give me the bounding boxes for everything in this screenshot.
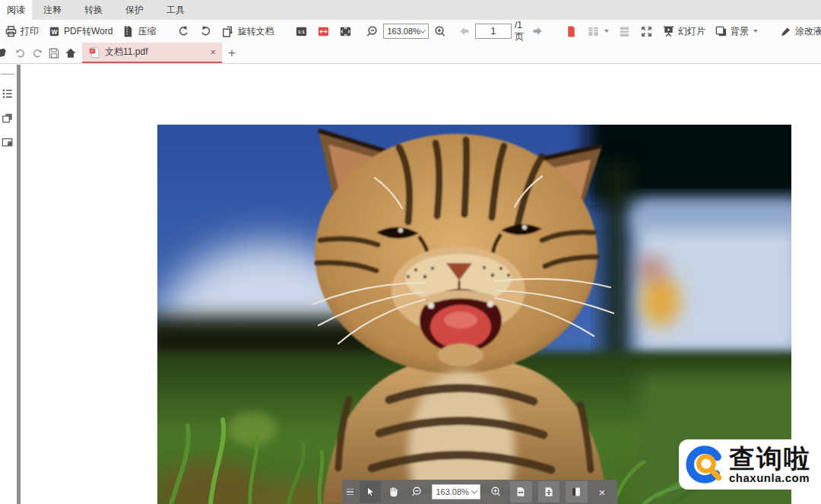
compress-button[interactable]: 压缩 bbox=[117, 21, 160, 41]
home-button[interactable] bbox=[62, 43, 79, 63]
menu-tab-annotate[interactable]: 注释 bbox=[32, 0, 73, 20]
single-page-view-button[interactable] bbox=[560, 21, 582, 41]
fit-width-button[interactable] bbox=[312, 21, 334, 41]
quick-tool-button[interactable] bbox=[0, 43, 12, 63]
single-page-icon bbox=[565, 25, 578, 38]
select-tool-button[interactable] bbox=[360, 481, 381, 502]
two-page-icon bbox=[587, 25, 600, 38]
zoom-out-button[interactable] bbox=[361, 21, 383, 41]
rotate-left-button[interactable] bbox=[173, 21, 195, 41]
fit-page-button-floating[interactable] bbox=[538, 481, 559, 502]
undo-button[interactable] bbox=[12, 43, 29, 63]
zoom-in-icon bbox=[433, 25, 446, 38]
zoom-level-value: 163.08% bbox=[436, 487, 468, 496]
svg-text:W: W bbox=[51, 27, 58, 35]
actual-size-button[interactable]: 1:1 bbox=[290, 21, 312, 41]
pdf-reader-window: 阅读 注释 转换 保护 工具 打印 W PDF转Word bbox=[0, 0, 821, 504]
continuous-view-button[interactable] bbox=[613, 21, 636, 41]
pdf-to-word-button[interactable]: W PDF转Word bbox=[43, 21, 117, 41]
previous-page-button[interactable] bbox=[454, 21, 475, 41]
fit-width-icon bbox=[317, 25, 330, 38]
zoom-in-icon bbox=[490, 486, 502, 498]
save-icon bbox=[48, 47, 60, 59]
image-snapshot-icon bbox=[2, 136, 14, 148]
background-button[interactable]: 背景 bbox=[710, 21, 762, 41]
zoom-out-button-floating[interactable] bbox=[406, 481, 427, 502]
background-icon bbox=[715, 25, 727, 38]
close-toolbar-button[interactable]: × bbox=[591, 481, 613, 502]
chaxunla-logo-icon bbox=[683, 442, 727, 487]
zoom-out-icon bbox=[410, 486, 423, 498]
zoom-level-dropdown[interactable]: 163.08% bbox=[383, 24, 428, 39]
thumbnails-icon bbox=[2, 112, 14, 124]
slideshow-icon bbox=[662, 25, 675, 38]
close-icon: × bbox=[598, 486, 605, 499]
page-number-input[interactable] bbox=[475, 24, 512, 39]
undo-icon bbox=[14, 47, 27, 59]
menu-tab-read[interactable]: 阅读 bbox=[0, 0, 32, 20]
page-layout-button-floating[interactable] bbox=[566, 481, 587, 502]
menu-tab-convert[interactable]: 转换 bbox=[73, 0, 114, 20]
zoom-level-dropdown-floating[interactable]: 163.08% bbox=[432, 484, 480, 499]
continuous-scroll-icon bbox=[618, 25, 631, 38]
previous-page-icon bbox=[458, 25, 471, 37]
zoom-in-button-floating[interactable] bbox=[485, 481, 506, 502]
floating-view-toolbar: 163.08% bbox=[342, 480, 617, 504]
correction-fluid-button[interactable]: 涂改液 bbox=[775, 21, 821, 41]
hand-tool-button[interactable] bbox=[382, 481, 404, 502]
clipped-tool-icon bbox=[0, 47, 10, 59]
menu-tab-tools[interactable]: 工具 bbox=[155, 0, 196, 20]
print-button[interactable]: 打印 bbox=[0, 21, 43, 41]
watermark-domain: chaxunla.com bbox=[729, 472, 810, 484]
slideshow-label: 幻灯片 bbox=[678, 25, 705, 38]
save-button[interactable] bbox=[46, 43, 62, 63]
new-tab-button[interactable]: + bbox=[222, 43, 242, 63]
toolbar-drag-handle[interactable] bbox=[347, 489, 353, 496]
correction-pen-icon bbox=[779, 25, 792, 38]
redo-button[interactable] bbox=[29, 43, 46, 63]
print-label: 打印 bbox=[21, 25, 39, 38]
rotate-document-button[interactable]: 旋转文档 bbox=[217, 21, 278, 41]
next-page-button[interactable] bbox=[527, 21, 548, 41]
site-watermark: 查询啦 chaxunla.com bbox=[679, 439, 821, 490]
fullscreen-button[interactable] bbox=[636, 21, 658, 41]
fit-width-button-floating[interactable] bbox=[510, 481, 531, 502]
outline-list-icon bbox=[2, 87, 14, 100]
tab-close-icon[interactable]: × bbox=[210, 46, 216, 58]
pdf-page-viewer[interactable]: 查询啦 chaxunla.com bbox=[21, 65, 821, 504]
pdf-to-word-icon: W bbox=[48, 25, 61, 38]
chevron-down-icon bbox=[471, 487, 477, 493]
two-page-view-button[interactable] bbox=[582, 21, 613, 41]
fit-whole-page-icon bbox=[543, 486, 555, 498]
next-page-icon bbox=[531, 25, 544, 37]
background-label: 背景 bbox=[731, 25, 749, 38]
correction-fluid-label: 涂改液 bbox=[795, 25, 821, 38]
actual-size-icon: 1:1 bbox=[295, 25, 308, 38]
watermark-brand: 查询啦 bbox=[729, 445, 811, 472]
home-icon bbox=[65, 47, 77, 59]
sidebar-divider bbox=[1, 74, 14, 74]
fit-page-button[interactable] bbox=[334, 21, 357, 41]
compress-icon bbox=[122, 25, 135, 38]
snapshot-panel-button[interactable] bbox=[2, 136, 14, 148]
rotate-document-icon bbox=[221, 25, 234, 38]
chevron-down-icon bbox=[604, 30, 609, 33]
outline-panel-button[interactable] bbox=[2, 87, 14, 100]
rotate-right-icon bbox=[199, 25, 212, 38]
document-tab-title: 文档11.pdf bbox=[105, 46, 205, 59]
pdf-file-icon bbox=[88, 46, 100, 59]
compress-label: 压缩 bbox=[138, 25, 156, 38]
content-area: 查询啦 chaxunla.com bbox=[0, 65, 821, 504]
fit-width-page-icon bbox=[515, 486, 527, 498]
slideshow-button[interactable]: 幻灯片 bbox=[658, 21, 710, 41]
rotate-right-button[interactable] bbox=[195, 21, 217, 41]
thumbnails-panel-button[interactable] bbox=[2, 112, 14, 124]
redo-icon bbox=[31, 47, 43, 59]
rotate-document-label: 旋转文档 bbox=[237, 25, 274, 38]
zoom-in-button[interactable] bbox=[429, 21, 451, 41]
printer-icon bbox=[5, 25, 17, 38]
zoom-out-icon bbox=[366, 25, 379, 38]
document-tab[interactable]: 文档11.pdf × bbox=[82, 43, 222, 63]
menu-tab-protect[interactable]: 保护 bbox=[114, 0, 155, 20]
menu-bar: 阅读 注释 转换 保护 工具 bbox=[0, 0, 821, 20]
